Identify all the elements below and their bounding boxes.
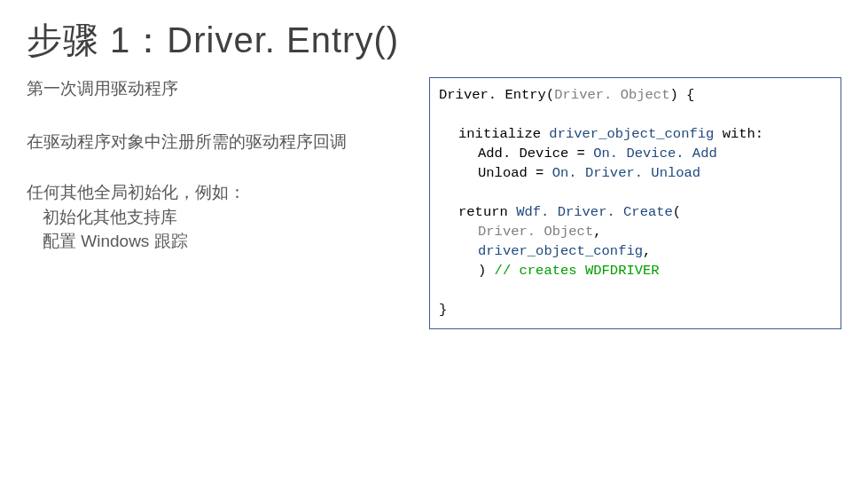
global-init-line-1: 任何其他全局初始化，例如：: [27, 180, 408, 205]
columns: 第一次调用驱动程序 在驱动程序对象中注册所需的驱动程序回调 任何其他全局初始化，…: [27, 77, 841, 329]
code-wdfcreate: Wdf. Driver. Create: [516, 204, 673, 220]
code-unload: Unload =: [478, 165, 552, 181]
left-column: 第一次调用驱动程序 在驱动程序对象中注册所需的驱动程序回调 任何其他全局初始化，…: [27, 77, 408, 329]
code-line-12: }: [439, 302, 447, 318]
code-param: Driver. Object: [554, 87, 669, 103]
subheading: 第一次调用驱动程序: [27, 77, 408, 101]
global-init-line-2: 初始化其他支持库: [27, 205, 408, 230]
code-box: Driver. Entry(Driver. Object) { initiali…: [429, 77, 841, 329]
code-adddev: Add. Device =: [478, 146, 593, 162]
code-line-7: return Wdf. Driver. Create(: [439, 202, 832, 222]
global-init-line-3: 配置 Windows 跟踪: [27, 229, 408, 254]
code-cfg: driver_object_config: [549, 126, 714, 142]
code-line-1: Driver. Entry(Driver. Object) {: [439, 87, 694, 103]
slide-title: 步骤 1：Driver. Entry(): [27, 16, 841, 65]
code-paren-close: ): [478, 263, 495, 279]
code-comment: // creates WDFDRIVER: [495, 263, 660, 279]
code-kw-init: initialize: [458, 126, 549, 142]
code-fn-name: Driver. Entry(: [439, 87, 554, 103]
code-line-9: driver_object_config,: [439, 241, 832, 261]
code-brace-open: ) {: [669, 87, 694, 103]
paragraph-register: 在驱动程序对象中注册所需的驱动程序回调: [27, 130, 408, 154]
code-line-3: initialize driver_object_config with:: [439, 124, 832, 144]
code-paren-open: (: [673, 204, 681, 220]
code-line-5: Unload = On. Driver. Unload: [439, 163, 832, 183]
code-line-8: Driver. Object,: [439, 222, 832, 241]
slide: 步骤 1：Driver. Entry() 第一次调用驱动程序 在驱动程序对象中注…: [0, 0, 868, 489]
code-ondrvunload: On. Driver. Unload: [552, 165, 700, 181]
code-comma1: ,: [593, 224, 601, 240]
code-arg2: driver_object_config: [478, 243, 643, 259]
code-line-4: Add. Device = On. Device. Add: [439, 144, 832, 163]
right-column: Driver. Entry(Driver. Object) { initiali…: [429, 77, 841, 329]
code-arg1: Driver. Object: [478, 224, 593, 240]
code-with: with:: [714, 126, 763, 142]
paragraph-global-init: 任何其他全局初始化，例如： 初始化其他支持库 配置 Windows 跟踪: [27, 180, 408, 254]
code-return: return: [458, 204, 516, 220]
code-line-10: ) // creates WDFDRIVER: [439, 261, 832, 280]
code-comma2: ,: [643, 243, 651, 259]
code-ondevadd: On. Device. Add: [593, 146, 717, 162]
